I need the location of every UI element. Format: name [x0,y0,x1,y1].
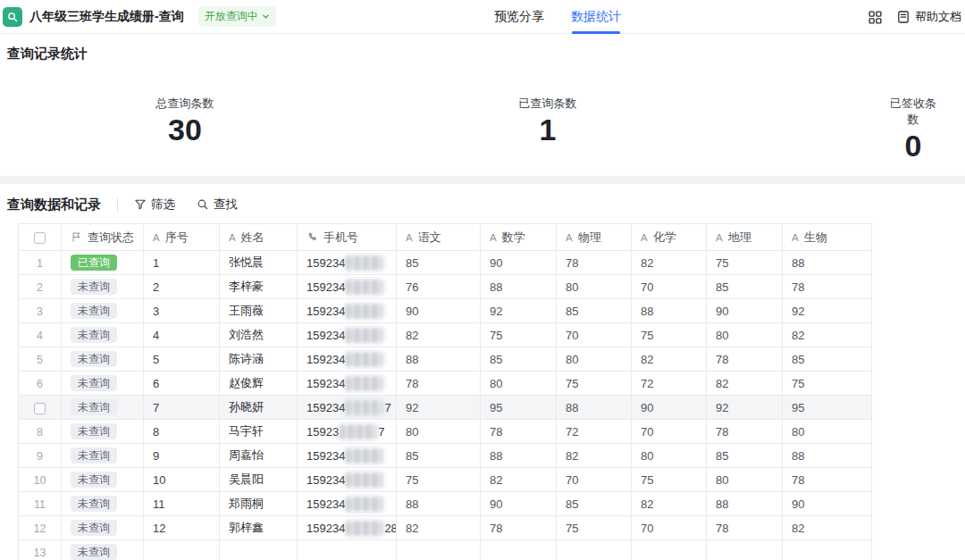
cell-math[interactable]: 85 [481,347,557,372]
row-checkbox[interactable] [34,403,46,414]
cell-biology[interactable]: 80 [783,420,872,444]
cell-seq[interactable]: 9 [144,444,220,468]
cell-geography[interactable] [707,540,783,560]
cell-biology[interactable]: 78 [783,275,872,299]
cell-status[interactable]: 未查询 [62,275,144,299]
cell-name[interactable]: 郑雨桐 [220,492,298,516]
cell-geography[interactable]: 80 [707,468,783,492]
row-number-cell[interactable]: 9 [19,444,62,468]
cell-phone[interactable]: 159234 [298,444,397,468]
query-status-pill[interactable]: 开放查询中 [198,6,276,27]
tab-data-statistics[interactable]: 数据统计 [571,0,621,34]
cell-seq[interactable]: 7 [144,396,220,420]
column-header-math[interactable]: A 数学 [481,224,557,251]
cell-phone[interactable] [298,540,397,560]
cell-geography[interactable]: 90 [707,299,783,323]
cell-seq[interactable]: 12 [144,516,220,540]
cell-math[interactable]: 78 [481,420,557,444]
cell-phone[interactable]: 1592347 [298,396,397,420]
cell-math[interactable] [481,540,557,560]
cell-chemistry[interactable]: 75 [632,323,707,347]
column-header-chemistry[interactable]: A 化学 [632,224,707,251]
cell-biology[interactable]: 88 [783,444,872,468]
cell-chinese[interactable]: 82 [397,323,481,347]
table-row[interactable]: 2 未查询 2 李梓豪 159234 76 88 80 70 85 78 [19,275,872,299]
cell-status[interactable]: 未查询 [62,468,144,492]
cell-chemistry[interactable]: 90 [632,396,707,420]
cell-phone[interactable]: 159234 [298,372,397,396]
cell-phone[interactable]: 159234 [298,299,397,323]
cell-math[interactable]: 80 [481,372,557,396]
table-row[interactable]: 3 未查询 3 王雨薇 159234 90 92 85 88 90 92 [19,299,872,323]
cell-name[interactable]: 李梓豪 [220,275,298,299]
row-number-cell[interactable]: 10 [19,468,62,492]
row-number-cell[interactable]: 1 [19,251,62,275]
table-row[interactable]: 9 未查询 9 周嘉怡 159234 85 88 82 80 85 88 [19,444,872,468]
tab-preview-share[interactable]: 预览分享 [494,0,544,34]
cell-math[interactable]: 92 [481,299,557,323]
cell-chinese[interactable]: 76 [397,275,481,299]
cell-geography[interactable]: 78 [707,516,783,540]
cell-seq[interactable]: 6 [144,372,220,396]
cell-chemistry[interactable]: 80 [632,444,707,468]
search-button[interactable]: 查找 [197,196,238,213]
cell-biology[interactable]: 75 [783,372,872,396]
cell-chemistry[interactable]: 70 [632,420,707,444]
cell-biology[interactable]: 88 [783,251,872,275]
cell-seq[interactable]: 8 [144,420,220,444]
row-number-cell[interactable]: 6 [19,372,62,396]
app-logo-search-icon[interactable] [3,7,22,27]
cell-physics[interactable]: 80 [557,347,632,372]
cell-name[interactable]: 孙晓妍 [220,396,298,420]
cell-biology[interactable]: 92 [783,299,872,323]
row-number-cell[interactable]: 8 [19,420,62,444]
cell-geography[interactable]: 92 [707,396,783,420]
cell-status[interactable]: 未查询 [62,299,144,323]
cell-physics[interactable]: 72 [557,420,632,444]
row-number-cell[interactable]: 11 [19,492,62,516]
cell-physics[interactable]: 70 [557,468,632,492]
row-number-cell[interactable] [19,396,62,420]
cell-chinese[interactable]: 85 [397,251,481,275]
cell-seq[interactable]: 4 [144,323,220,347]
cell-name[interactable]: 刘浩然 [220,323,298,347]
cell-chinese[interactable]: 78 [397,372,481,396]
cell-chemistry[interactable]: 88 [632,299,707,323]
cell-biology[interactable]: 90 [783,492,872,516]
cell-status[interactable]: 未查询 [62,540,144,560]
cell-physics[interactable]: 88 [557,396,632,420]
cell-geography[interactable]: 78 [707,347,783,372]
column-header-biology[interactable]: A 生物 [783,224,872,251]
table-row[interactable]: 4 未查询 4 刘浩然 159234 82 75 70 75 80 82 [19,323,872,347]
table-row[interactable]: 12 未查询 12 郭梓鑫 15923428 82 78 75 70 78 82 [19,516,872,540]
cell-physics[interactable]: 85 [557,299,632,323]
column-header-chinese[interactable]: A 语文 [397,224,481,251]
cell-physics[interactable]: 85 [557,492,632,516]
cell-physics[interactable] [557,540,632,560]
select-all-cell[interactable] [19,224,62,251]
cell-phone[interactable]: 159234 [298,347,397,372]
cell-chinese[interactable]: 90 [397,299,481,323]
cell-chinese[interactable]: 82 [397,516,481,540]
column-header-status[interactable]: 查询状态 [62,224,144,251]
cell-physics[interactable]: 75 [557,516,632,540]
cell-biology[interactable]: 78 [783,468,872,492]
cell-geography[interactable]: 85 [707,275,783,299]
cell-name[interactable]: 周嘉怡 [220,444,298,468]
cell-status[interactable]: 未查询 [62,347,144,372]
cell-phone[interactable]: 159234 [298,251,397,275]
row-number-cell[interactable]: 13 [19,540,62,560]
cell-math[interactable]: 82 [481,468,557,492]
cell-phone[interactable]: 159237 [298,420,397,444]
cell-math[interactable]: 78 [481,516,557,540]
cell-name[interactable]: 马宇轩 [220,420,298,444]
cell-name[interactable]: 郭梓鑫 [220,516,298,540]
row-number-cell[interactable]: 3 [19,299,62,323]
cell-physics[interactable]: 80 [557,275,632,299]
cell-chemistry[interactable]: 70 [632,516,707,540]
help-docs-button[interactable]: 帮助文档 [896,9,961,25]
cell-biology[interactable] [783,540,872,560]
cell-chinese[interactable]: 75 [397,468,481,492]
table-row[interactable]: 1 已查询 1 张悦晨 159234 85 90 78 82 75 88 [19,251,872,275]
cell-biology[interactable]: 85 [783,347,872,372]
